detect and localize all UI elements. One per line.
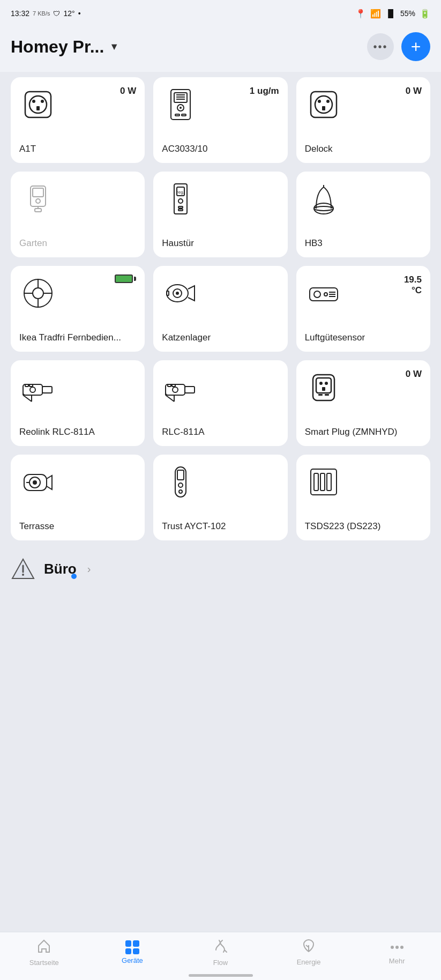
svg-point-44 — [314, 291, 320, 298]
device-card-terrasse[interactable]: Terrasse — [11, 455, 145, 540]
card-top — [162, 463, 279, 501]
card-top — [19, 274, 136, 312]
humidifier-icon — [305, 180, 342, 218]
device-card-tsds223[interactable]: TSDS223 (DS223) — [296, 455, 430, 540]
svg-point-2 — [32, 100, 35, 103]
device-status-a1t: 0 W — [120, 86, 136, 96]
svg-line-60 — [166, 395, 174, 402]
time: 13:32 — [11, 9, 29, 18]
device-card-smartplug[interactable]: 0 W Smart Plug (ZMNHYD) — [296, 360, 430, 446]
svg-point-78 — [178, 483, 183, 487]
header: Homey Pr... ▼ ••• + — [0, 27, 441, 72]
device-name-terrasse: Terrasse — [19, 521, 136, 532]
dot-indicator: • — [78, 9, 81, 18]
doorbell-icon: reg. — [162, 180, 199, 218]
more-button[interactable]: ••• — [367, 33, 394, 60]
device-status-luftgute: 19.5 °C — [404, 274, 422, 296]
svg-point-54 — [30, 387, 35, 392]
nav-mehr[interactable]: Mehr — [353, 940, 441, 965]
device-card-garten[interactable]: Garten — [11, 172, 145, 257]
svg-rect-55 — [25, 384, 28, 387]
svg-point-15 — [315, 96, 332, 113]
device-name-ikea: Ikea Tradfri Fernbedien... — [19, 332, 136, 343]
nav-gerate[interactable]: Geräte — [88, 940, 177, 964]
signal-icon: ▐▌ — [385, 9, 396, 18]
card-top: 0 W — [305, 369, 422, 406]
device-name-trust: Trust AYCT-102 — [162, 521, 279, 532]
battery-label: 55% — [400, 9, 415, 18]
device-card-a1t[interactable]: 0 W A1T — [11, 77, 145, 163]
card-top — [305, 463, 422, 501]
device-card-luftgute[interactable]: 19.5 °C Luftgüte­sensor — [296, 266, 430, 352]
svg-point-26 — [178, 199, 183, 203]
svg-rect-20 — [33, 188, 43, 197]
svg-point-67 — [319, 382, 323, 385]
svg-rect-27 — [178, 206, 183, 208]
home-icon — [36, 938, 51, 956]
device-card-trust[interactable]: Trust AYCT-102 — [153, 455, 287, 540]
device-card-haustur[interactable]: reg. Haustür — [153, 172, 287, 257]
section-buro[interactable]: Büro › — [0, 546, 441, 586]
device-card-hb3[interactable]: HB3 — [296, 172, 430, 257]
card-top — [305, 180, 422, 218]
svg-rect-82 — [320, 473, 325, 491]
round-camera-icon — [19, 463, 57, 501]
dropdown-icon[interactable]: ▼ — [109, 41, 119, 53]
remote-circle-icon — [19, 274, 57, 312]
device-card-katzenlager[interactable]: Katzenlager — [153, 266, 287, 352]
nav-label-startseite: Startseite — [29, 959, 59, 967]
svg-rect-10 — [182, 114, 186, 116]
device-card-ac3033[interactable]: 1 ug/m AC3033/10 — [153, 77, 287, 163]
svg-rect-81 — [314, 473, 318, 491]
device-card-delock[interactable]: 0 W Delock — [296, 77, 430, 163]
nav-label-mehr: Mehr — [389, 957, 405, 965]
svg-point-3 — [41, 100, 44, 103]
device-card-reolink[interactable]: Reolink RLC-811A — [11, 360, 145, 446]
nav-energie[interactable]: Energie — [265, 939, 353, 966]
header-title[interactable]: Homey Pr... ▼ — [11, 37, 119, 57]
svg-rect-22 — [35, 209, 41, 212]
flat-sensor-icon — [305, 274, 342, 312]
svg-point-41 — [176, 292, 179, 295]
bullet-camera2-icon — [162, 369, 199, 406]
battery-indicator — [115, 274, 136, 283]
card-top — [19, 463, 136, 501]
device-status-delock: 0 W — [406, 86, 422, 96]
svg-point-16 — [318, 100, 321, 103]
card-top — [162, 274, 279, 312]
device-card-ikea[interactable]: Ikea Tradfri Fernbedien... — [11, 266, 145, 352]
grid-icon — [125, 940, 139, 954]
temperature: 12° — [63, 9, 74, 18]
device-status-ac3033: 1 ug/m — [250, 86, 279, 96]
nav-flow[interactable]: Flow — [176, 938, 265, 967]
card-top: reg. — [162, 180, 279, 218]
wifi-icon: 📶 — [370, 9, 381, 19]
svg-text:reg.: reg. — [177, 190, 184, 195]
device-name-katzenlager: Katzenlager — [162, 332, 279, 343]
svg-rect-77 — [177, 470, 184, 480]
dots-icon — [391, 940, 403, 955]
socket2-icon — [305, 86, 342, 123]
svg-rect-56 — [29, 384, 33, 387]
svg-point-17 — [326, 100, 330, 103]
svg-rect-50 — [42, 387, 52, 393]
location-icon: 📍 — [355, 9, 366, 19]
panel-icon — [305, 463, 342, 501]
device-name-hb3: HB3 — [305, 238, 422, 249]
svg-point-86 — [22, 574, 24, 576]
add-button[interactable]: + — [401, 32, 430, 61]
svg-point-79 — [179, 490, 182, 493]
svg-line-52 — [23, 395, 32, 402]
svg-rect-70 — [318, 394, 323, 396]
nav-startseite[interactable]: Startseite — [0, 938, 88, 967]
card-top — [19, 369, 136, 406]
device-card-rlc811a[interactable]: RLC-811A — [153, 360, 287, 446]
svg-rect-83 — [327, 473, 331, 491]
device-name-tsds223: TSDS223 (DS223) — [305, 521, 422, 532]
status-bar: 13:32 7 KB/s 🛡 12° • 📍 📶 ▐▌ 55% 🔋 — [0, 0, 441, 27]
svg-rect-71 — [325, 394, 329, 396]
card-top — [19, 180, 136, 218]
device-status-smartplug: 0 W — [406, 369, 422, 380]
more-dots-icon: ••• — [373, 41, 387, 53]
card-top: 1 ug/m — [162, 86, 279, 123]
